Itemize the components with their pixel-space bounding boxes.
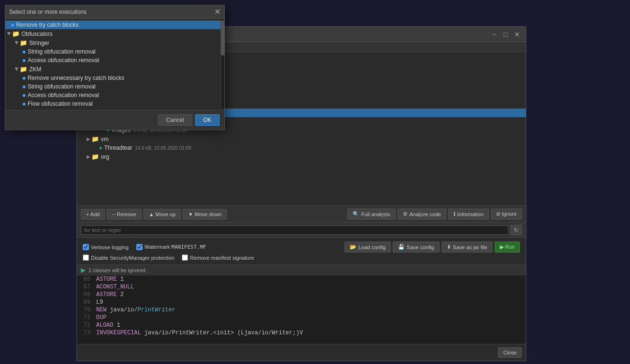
remove-button[interactable]: − Remove <box>107 209 141 220</box>
line-content: DUP <box>94 314 526 321</box>
tree-label: String obfuscation removal <box>28 83 96 90</box>
run-button[interactable]: ▶ Run <box>495 242 520 253</box>
dialog-tree-item-zkm[interactable]: ▶ 📁 ZKM <box>5 65 221 74</box>
watermark-text: Watermark MANIFEST.MF <box>144 244 206 250</box>
save-config-button[interactable]: 💾 Save config <box>393 242 439 253</box>
remove-manifest-checkbox[interactable] <box>182 254 188 261</box>
dialog-tree-item-remove-unnecessary[interactable]: ■ Remove unnecessary try catch blocks <box>5 74 221 82</box>
tree-label: Remove try catch blocks <box>16 22 79 28</box>
dialog-close-button[interactable]: ✕ <box>214 8 221 16</box>
tree-label: ZKM <box>29 66 41 73</box>
remove-manifest-text: Remove manifest signature <box>190 255 254 261</box>
search-input[interactable] <box>81 225 508 235</box>
search-bar: ↻ <box>77 222 526 237</box>
line-number: 69 <box>77 299 94 306</box>
line-number: 72 <box>77 322 94 329</box>
watermark-label[interactable]: Watermark MANIFEST.MF <box>136 244 206 250</box>
code-line-71: 71 DUP <box>77 314 526 321</box>
maximize-button[interactable]: □ <box>501 30 510 39</box>
dialog-title: Select one or more executions <box>9 9 87 15</box>
tree-label: Stringer <box>29 40 49 46</box>
line-number: 66 <box>77 276 94 283</box>
options-row-2: Disable SecurityManager protection Remov… <box>83 254 520 261</box>
options-section: Verbose logging Watermark MANIFEST.MF 📂 … <box>77 237 526 265</box>
tree-label: Threadtear <box>104 144 133 151</box>
close-window-button[interactable]: ✕ <box>512 30 522 39</box>
ok-button[interactable]: OK <box>195 114 220 126</box>
analyze-icon: ⚙ <box>403 211 408 217</box>
tree-label: vm <box>101 136 109 143</box>
add-button[interactable]: + Add <box>81 209 105 220</box>
tree-label: String obfuscation removal <box>28 48 96 55</box>
code-line-67: 67 ACONST_NULL <box>77 283 526 291</box>
tree-label: Remove unnecessary try catch blocks <box>28 75 124 81</box>
dialog-tree-item-string-obf-zkm[interactable]: ■ String obfuscation removal <box>5 82 221 91</box>
analyze-code-button[interactable]: ⚙ Analyze code <box>398 209 446 220</box>
code-line-66: 66 ASTORE 1 <box>77 276 526 283</box>
verbose-logging-label[interactable]: Verbose logging <box>83 244 129 250</box>
expand-arrow: ▶ <box>87 154 90 159</box>
dialog-tree-item-access-obf-zkm[interactable]: ■ Access obfuscation removal <box>5 91 221 99</box>
remove-manifest-label[interactable]: Remove manifest signature <box>182 254 254 261</box>
save-jar-button[interactable]: ⬇ Save as jar file <box>442 242 493 253</box>
move-down-button[interactable]: ▼ Move down <box>183 209 227 220</box>
code-line-68: 68 ASTORE 2 <box>77 291 526 298</box>
dialog-window: Select one or more executions ✕ ■ Remove… <box>5 5 225 130</box>
minimize-button[interactable]: − <box>489 30 499 39</box>
status-text: 1 classes will be ignored <box>88 267 145 273</box>
expand-arrow: ▶ <box>14 41 20 45</box>
verbose-logging-text: Verbose logging <box>91 244 129 250</box>
scrollbar-thumb[interactable] <box>221 21 224 55</box>
line-content: ACONST_NULL <box>94 284 526 290</box>
analyze-code-label: Analyze code <box>409 211 441 217</box>
dialog-tree-item-access-obf[interactable]: ■ Access obfuscation removal <box>5 56 221 65</box>
verbose-logging-checkbox[interactable] <box>83 244 89 250</box>
save-jar-label: Save as jar file <box>453 244 487 250</box>
tree-item-threadtear[interactable]: ▶ ● Threadtear 14.6 kB, 10.06.2020 01:09 <box>77 143 526 152</box>
line-number: 67 <box>77 284 94 290</box>
code-line-70: 70 NEW java/io/PrintWriter <box>77 306 526 314</box>
full-analysis-button[interactable]: 🔍 Full analysis <box>347 209 396 220</box>
line-content: L9 <box>94 299 526 306</box>
dialog-titlebar: Select one or more executions ✕ <box>5 5 224 19</box>
dialog-scrollbar[interactable] <box>221 21 224 108</box>
file-icon: ■ <box>22 101 26 107</box>
folder-icon: 📁 <box>20 66 27 73</box>
file-icon: ■ <box>22 75 26 81</box>
search-refresh-button[interactable]: ↻ <box>510 225 522 235</box>
load-config-label: Load config <box>358 244 386 250</box>
load-config-button[interactable]: 📂 Load config <box>344 242 391 253</box>
tree-label: Flow obfuscation removal <box>28 100 93 107</box>
line-number: 68 <box>77 291 94 298</box>
tree-item-org[interactable]: ▶ 📁 org <box>77 152 526 161</box>
dialog-tree-item-obfuscators[interactable]: ▶ 📁 Obfuscators <box>5 29 221 38</box>
folder-icon: 📁 <box>91 153 99 160</box>
dialog-content[interactable]: ■ Remove try catch blocks ▶ 📁 Obfuscator… <box>5 19 224 110</box>
full-analysis-label: Full analysis <box>361 211 390 217</box>
information-button[interactable]: ℹ Information <box>448 209 489 220</box>
ignore-button[interactable]: ⊘ Ignore <box>491 209 522 220</box>
config-buttons: 📂 Load config 💾 Save config ⬇ Save as ja… <box>344 242 520 253</box>
info-icon: ℹ <box>453 211 455 217</box>
close-button[interactable]: Close <box>498 347 522 358</box>
action-bar: + Add − Remove ▲ Move up ▼ Move down 🔍 F… <box>77 205 526 222</box>
dialog-tree-item-stringer[interactable]: ▶ 📁 Stringer <box>5 38 221 47</box>
watermark-checkbox[interactable] <box>136 244 143 250</box>
cancel-button[interactable]: Cancel <box>158 114 192 126</box>
expand-arrow: ▶ <box>14 67 20 71</box>
code-section[interactable]: 66 ASTORE 1 67 ACONST_NULL 68 ASTORE 2 6… <box>77 275 526 344</box>
move-up-button[interactable]: ▲ Move up <box>144 209 181 220</box>
dialog-tree-item-string-obf[interactable]: ■ String obfuscation removal <box>5 47 221 56</box>
save-icon: 💾 <box>398 244 405 250</box>
folder-icon: 📁 <box>91 135 99 143</box>
tree-item-vm[interactable]: ▶ 📁 vm <box>77 134 526 143</box>
dialog-tree[interactable]: ■ Remove try catch blocks ▶ 📁 Obfuscator… <box>5 21 221 108</box>
dialog-tree-item-flow-obf[interactable]: ■ Flow obfuscation removal <box>5 99 221 108</box>
line-number: 71 <box>77 314 94 321</box>
line-number: 73 <box>77 330 94 336</box>
dialog-tree-item-remove-try[interactable]: ■ Remove try catch blocks <box>5 21 221 29</box>
status-bar: ▶ 1 classes will be ignored <box>77 265 526 275</box>
disable-security-checkbox[interactable] <box>83 254 89 261</box>
line-content: ALOAD 1 <box>94 322 526 329</box>
disable-security-label[interactable]: Disable SecurityManager protection <box>83 254 174 261</box>
